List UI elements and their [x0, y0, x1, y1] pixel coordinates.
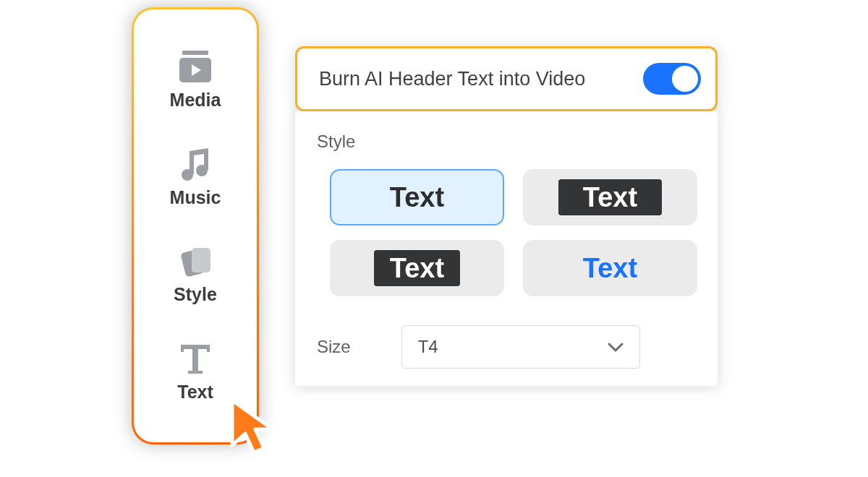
style-swatch-label: Text	[583, 253, 637, 284]
sidebar-item-label: Music	[170, 187, 221, 208]
sidebar-item-media[interactable]: Media	[170, 49, 221, 111]
style-swatch-grid: Text Text Text Text	[317, 169, 702, 296]
text-icon	[175, 341, 216, 376]
svg-rect-7	[192, 248, 210, 272]
sidebar-item-label: Text	[177, 382, 213, 403]
sidebar-item-label: Style	[174, 284, 217, 305]
text-settings-panel: Burn AI Header Text into Video Style Tex…	[295, 46, 718, 386]
size-select[interactable]: T4	[401, 325, 640, 369]
music-icon	[175, 147, 216, 181]
size-select-value: T4	[418, 337, 438, 357]
chevron-down-icon	[608, 337, 624, 357]
sidebar-item-label: Media	[170, 90, 221, 111]
style-section-label: Style	[317, 132, 702, 152]
style-swatch-blue[interactable]: Text	[523, 240, 697, 296]
style-icon	[175, 244, 216, 278]
burn-header-toggle-row: Burn AI Header Text into Video	[295, 46, 718, 111]
svg-point-3	[182, 169, 193, 181]
burn-header-toggle-label: Burn AI Header Text into Video	[319, 68, 585, 90]
sidebar-item-style[interactable]: Style	[174, 244, 217, 305]
svg-point-4	[196, 165, 208, 176]
style-swatch-label: Text	[558, 179, 662, 215]
sidebar-item-text[interactable]: Text	[175, 341, 216, 403]
style-swatch-dark-narrow[interactable]: Text	[330, 240, 504, 296]
style-swatch-dark-wide[interactable]: Text	[523, 169, 697, 225]
style-swatch-plain[interactable]: Text	[330, 169, 504, 225]
toggle-thumb	[672, 66, 698, 92]
size-label: Size	[317, 337, 351, 357]
svg-rect-0	[182, 51, 208, 55]
style-swatch-label: Text	[374, 250, 460, 286]
style-swatch-label: Text	[390, 182, 444, 213]
size-row: Size T4	[317, 325, 702, 369]
sidebar: Media Music	[132, 7, 259, 444]
media-icon	[175, 49, 216, 84]
sidebar-item-music[interactable]: Music	[170, 147, 221, 208]
burn-header-toggle[interactable]	[643, 63, 701, 95]
